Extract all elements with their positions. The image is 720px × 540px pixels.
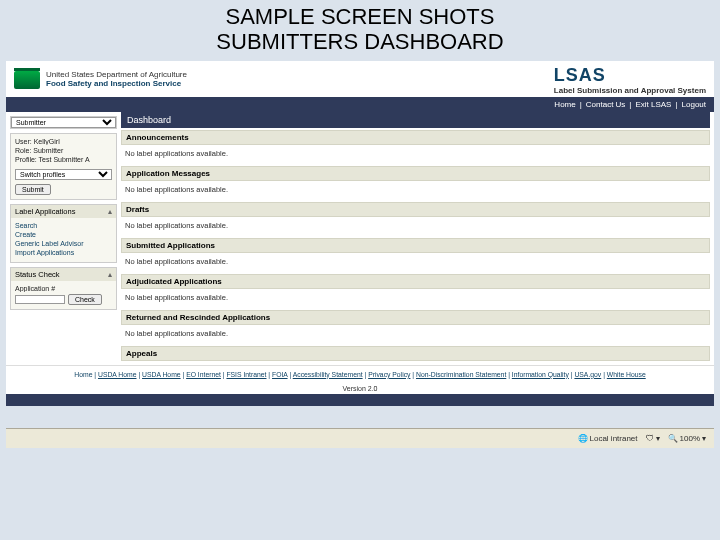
section-returned-body: No label applications available.	[121, 325, 710, 346]
nav-home[interactable]: Home	[554, 100, 575, 109]
footer-link[interactable]: USDA Home	[142, 371, 181, 378]
section-returned: Returned and Rescinded Applications	[121, 310, 710, 325]
sidebar-link-search[interactable]: Search	[15, 222, 112, 229]
version-text: Version 2.0	[6, 383, 714, 394]
nav-exit[interactable]: Exit LSAS	[635, 100, 671, 109]
user-line: User: KellyGirl	[15, 138, 112, 145]
footer-link[interactable]: FSIS Intranet	[226, 371, 266, 378]
section-drafts-body: No label applications available.	[121, 217, 710, 238]
footer-link[interactable]: Information Quality	[512, 371, 569, 378]
slide-title: SAMPLE SCREEN SHOTS SUBMITTERS DASHBOARD	[6, 4, 714, 55]
sidebar-link-import[interactable]: Import Applications	[15, 249, 112, 256]
footer-link[interactable]: Privacy Policy	[368, 371, 410, 378]
footer-link[interactable]: USDA Home	[98, 371, 137, 378]
section-adjudicated: Adjudicated Applications	[121, 274, 710, 289]
footer-link[interactable]: FOIA	[272, 371, 288, 378]
browser-statusbar: 🌐 Local intranet 🛡 ▾ 🔍 100% ▾	[6, 428, 714, 448]
appnum-input[interactable]	[15, 295, 65, 304]
role-line: Role: Submitter	[15, 147, 112, 154]
brand-block: LSAS Label Submission and Approval Syste…	[554, 65, 706, 95]
role-select[interactable]: Submitter	[11, 117, 116, 128]
app-header: United States Department of Agriculture …	[6, 61, 714, 97]
nav-logout[interactable]: Logout	[682, 100, 706, 109]
check-button[interactable]: Check	[68, 294, 102, 305]
switch-profile-select[interactable]: Switch profiles	[15, 169, 112, 180]
zoom-icon: 🔍	[668, 434, 678, 443]
globe-icon: 🌐	[578, 434, 588, 443]
sidebar-link-advisor[interactable]: Generic Label Advisor	[15, 240, 112, 247]
chevron-up-icon: ▴	[108, 270, 112, 279]
section-messages: Application Messages	[121, 166, 710, 181]
submit-button[interactable]: Submit	[15, 184, 51, 195]
sidebar: Submitter User: KellyGirl Role: Submitte…	[6, 112, 121, 365]
chevron-up-icon: ▴	[108, 207, 112, 216]
protected-mode: 🛡 ▾	[646, 434, 660, 443]
footer-link[interactable]: USA.gov	[574, 371, 601, 378]
top-nav: Home | Contact Us | Exit LSAS | Logout	[6, 97, 714, 112]
sidebar-link-create[interactable]: Create	[15, 231, 112, 238]
section-announcements-body: No label applications available.	[121, 145, 710, 166]
section-submitted: Submitted Applications	[121, 238, 710, 253]
agency-text: United States Department of Agriculture …	[46, 71, 187, 89]
section-announcements: Announcements	[121, 130, 710, 145]
shield-icon: 🛡	[646, 434, 654, 443]
appnum-label: Application #	[15, 285, 112, 292]
logo-block: United States Department of Agriculture …	[14, 71, 187, 89]
footer-links: Home | USDA Home | USDA Home | EO Intern…	[6, 365, 714, 384]
footer-link[interactable]: Non-Discrimination Statement	[416, 371, 506, 378]
label-apps-header[interactable]: Label Applications ▴	[11, 205, 116, 218]
zoom-control[interactable]: 🔍 100% ▾	[668, 434, 706, 443]
footer-link[interactable]: EO Internet	[186, 371, 221, 378]
status-check-header[interactable]: Status Check ▴	[11, 268, 116, 281]
usda-logo-icon	[14, 71, 40, 89]
intranet-indicator: 🌐 Local intranet	[578, 434, 638, 443]
profile-line: Profile: Test Submitter A	[15, 156, 112, 163]
app-frame: United States Department of Agriculture …	[6, 61, 714, 407]
section-messages-body: No label applications available.	[121, 181, 710, 202]
footer-link[interactable]: Accessibility Statement	[293, 371, 363, 378]
content-area: Dashboard Announcements No label applica…	[121, 112, 714, 365]
nav-contact[interactable]: Contact Us	[586, 100, 626, 109]
dashboard-title: Dashboard	[121, 112, 710, 128]
section-appeals: Appeals	[121, 346, 710, 361]
footer-link[interactable]: White House	[607, 371, 646, 378]
section-adjudicated-body: No label applications available.	[121, 289, 710, 310]
section-drafts: Drafts	[121, 202, 710, 217]
section-submitted-body: No label applications available.	[121, 253, 710, 274]
